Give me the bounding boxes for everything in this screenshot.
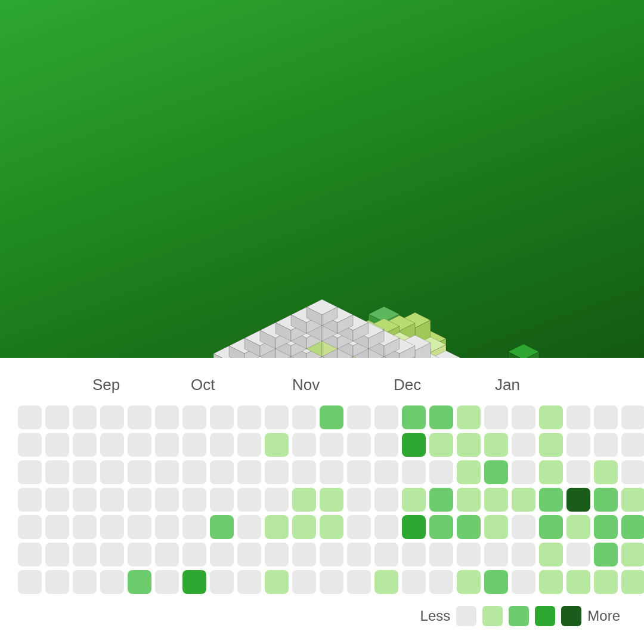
- day-cell[interactable]: [594, 405, 618, 429]
- day-cell[interactable]: [128, 405, 151, 429]
- day-cell[interactable]: [594, 460, 618, 484]
- day-cell[interactable]: [210, 515, 234, 539]
- day-cell[interactable]: [320, 488, 343, 512]
- day-cell[interactable]: [292, 405, 316, 429]
- day-cell[interactable]: [621, 543, 644, 566]
- day-cell[interactable]: [237, 433, 261, 457]
- day-cell[interactable]: [237, 543, 261, 566]
- day-cell[interactable]: [18, 543, 42, 566]
- day-cell[interactable]: [402, 570, 426, 594]
- day-cell[interactable]: [374, 433, 398, 457]
- day-cell[interactable]: [45, 460, 69, 484]
- day-cell[interactable]: [429, 433, 453, 457]
- day-cell[interactable]: [73, 433, 97, 457]
- day-cell[interactable]: [621, 405, 644, 429]
- day-cell[interactable]: [128, 515, 151, 539]
- day-cell[interactable]: [292, 515, 316, 539]
- day-cell[interactable]: [182, 433, 206, 457]
- day-cell[interactable]: [73, 488, 97, 512]
- day-cell[interactable]: [292, 570, 316, 594]
- day-cell[interactable]: [18, 515, 42, 539]
- day-cell[interactable]: [457, 570, 481, 594]
- day-cell[interactable]: [155, 460, 179, 484]
- day-cell[interactable]: [484, 405, 508, 429]
- day-cell[interactable]: [512, 543, 535, 566]
- day-cell[interactable]: [512, 488, 535, 512]
- day-cell[interactable]: [484, 570, 508, 594]
- day-cell[interactable]: [374, 405, 398, 429]
- day-cell[interactable]: [621, 433, 644, 457]
- day-cell[interactable]: [155, 515, 179, 539]
- day-cell[interactable]: [45, 515, 69, 539]
- day-cell[interactable]: [621, 460, 644, 484]
- day-cell[interactable]: [100, 570, 124, 594]
- day-cell[interactable]: [237, 460, 261, 484]
- day-cell[interactable]: [594, 570, 618, 594]
- day-cell[interactable]: [237, 570, 261, 594]
- day-cell[interactable]: [402, 405, 426, 429]
- day-cell[interactable]: [128, 460, 151, 484]
- day-cell[interactable]: [320, 460, 343, 484]
- day-cell[interactable]: [457, 515, 481, 539]
- day-cell[interactable]: [210, 405, 234, 429]
- day-cell[interactable]: [100, 405, 124, 429]
- day-cell[interactable]: [320, 570, 343, 594]
- day-cell[interactable]: [155, 543, 179, 566]
- day-cell[interactable]: [457, 433, 481, 457]
- day-cell[interactable]: [594, 488, 618, 512]
- day-cell[interactable]: [402, 488, 426, 512]
- day-cell[interactable]: [18, 460, 42, 484]
- day-cell[interactable]: [210, 433, 234, 457]
- day-cell[interactable]: [73, 515, 97, 539]
- day-cell[interactable]: [237, 488, 261, 512]
- day-cell[interactable]: [292, 460, 316, 484]
- day-cell[interactable]: [155, 433, 179, 457]
- day-cell[interactable]: [429, 405, 453, 429]
- day-cell[interactable]: [155, 405, 179, 429]
- day-cell[interactable]: [594, 543, 618, 566]
- day-cell[interactable]: [73, 570, 97, 594]
- day-cell[interactable]: [484, 543, 508, 566]
- day-cell[interactable]: [45, 543, 69, 566]
- day-cell[interactable]: [621, 570, 644, 594]
- day-cell[interactable]: [155, 488, 179, 512]
- day-cell[interactable]: [539, 515, 563, 539]
- day-cell[interactable]: [210, 460, 234, 484]
- day-cell[interactable]: [128, 570, 151, 594]
- day-cell[interactable]: [45, 488, 69, 512]
- day-cell[interactable]: [265, 433, 289, 457]
- day-cell[interactable]: [45, 405, 69, 429]
- day-cell[interactable]: [429, 543, 453, 566]
- day-cell[interactable]: [182, 405, 206, 429]
- day-cell[interactable]: [484, 433, 508, 457]
- day-cell[interactable]: [73, 460, 97, 484]
- day-cell[interactable]: [374, 488, 398, 512]
- day-cell[interactable]: [374, 543, 398, 566]
- day-cell[interactable]: [100, 515, 124, 539]
- day-cell[interactable]: [457, 488, 481, 512]
- day-cell[interactable]: [512, 433, 535, 457]
- day-cell[interactable]: [18, 488, 42, 512]
- day-cell[interactable]: [320, 515, 343, 539]
- day-cell[interactable]: [374, 515, 398, 539]
- day-cell[interactable]: [539, 460, 563, 484]
- day-cell[interactable]: [265, 460, 289, 484]
- day-cell[interactable]: [45, 433, 69, 457]
- day-cell[interactable]: [374, 570, 398, 594]
- day-cell[interactable]: [18, 405, 42, 429]
- day-cell[interactable]: [457, 460, 481, 484]
- day-cell[interactable]: [429, 515, 453, 539]
- day-cell[interactable]: [539, 405, 563, 429]
- day-cell[interactable]: [73, 543, 97, 566]
- day-cell[interactable]: [155, 570, 179, 594]
- day-cell[interactable]: [512, 515, 535, 539]
- day-cell[interactable]: [429, 460, 453, 484]
- day-cell[interactable]: [566, 460, 590, 484]
- day-cell[interactable]: [402, 460, 426, 484]
- day-cell[interactable]: [621, 515, 644, 539]
- day-cell[interactable]: [237, 405, 261, 429]
- day-cell[interactable]: [210, 488, 234, 512]
- day-cell[interactable]: [429, 570, 453, 594]
- day-cell[interactable]: [320, 405, 343, 429]
- day-cell[interactable]: [210, 570, 234, 594]
